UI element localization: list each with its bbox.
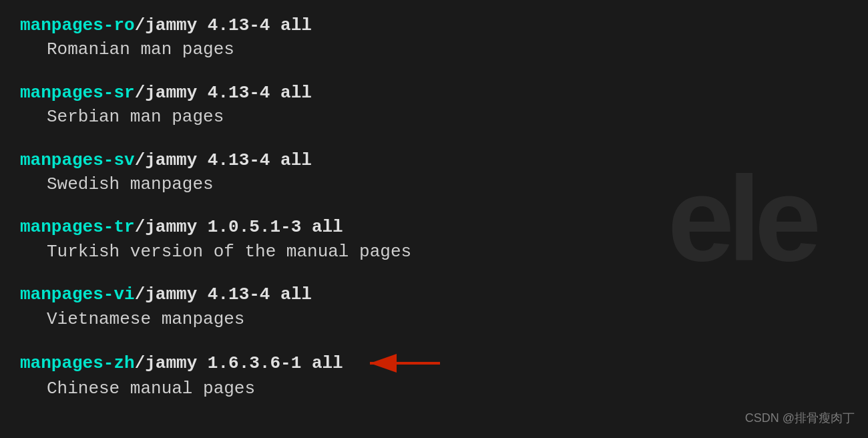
package-meta-sv: /jammy 4.13-4 all <box>135 150 312 170</box>
package-line-zh: manpages-zh/jammy 1.6.3.6-1 all <box>20 350 848 377</box>
package-meta-vi: /jammy 4.13-4 all <box>135 284 312 304</box>
package-meta-sr: /jammy 4.13-4 all <box>135 83 312 103</box>
arrow-icon <box>360 350 447 377</box>
package-name-vi: manpages-vi <box>20 284 135 304</box>
description-tr: Turkish version of the manual pages <box>20 240 848 264</box>
package-line-sr: manpages-sr/jammy 4.13-4 all <box>20 81 848 105</box>
package-name-sr: manpages-sr <box>20 83 135 103</box>
description-ro: Romanian man pages <box>20 37 848 61</box>
package-line-sv: manpages-sv/jammy 4.13-4 all <box>20 148 848 172</box>
terminal-output: manpages-ro/jammy 4.13-4 all Romanian ma… <box>0 0 868 433</box>
entry-tr: manpages-tr/jammy 1.0.5.1-3 all Turkish … <box>20 215 848 264</box>
package-meta-ro: /jammy 4.13-4 all <box>135 15 312 35</box>
entry-sr: manpages-sr/jammy 4.13-4 all Serbian man… <box>20 81 848 130</box>
entry-sv: manpages-sv/jammy 4.13-4 all Swedish man… <box>20 148 848 197</box>
package-name-ro: manpages-ro <box>20 15 135 35</box>
csdn-attribution: CSDN @排骨瘦肉丁 <box>745 410 855 426</box>
description-zh: Chinese manual pages <box>20 377 848 401</box>
entry-vi: manpages-vi/jammy 4.13-4 all Vietnamese … <box>20 282 848 331</box>
package-name-tr: manpages-tr <box>20 217 135 237</box>
package-line-tr: manpages-tr/jammy 1.0.5.1-3 all <box>20 215 848 239</box>
description-sr: Serbian man pages <box>20 105 848 129</box>
package-line-ro: manpages-ro/jammy 4.13-4 all <box>20 13 848 37</box>
entry-ro: manpages-ro/jammy 4.13-4 all Romanian ma… <box>20 13 848 62</box>
package-name-sv: manpages-sv <box>20 150 135 170</box>
package-meta-tr: /jammy 1.0.5.1-3 all <box>135 217 343 237</box>
description-sv: Swedish manpages <box>20 172 848 196</box>
entry-zh: manpages-zh/jammy 1.6.3.6-1 all Chinese … <box>20 350 848 401</box>
package-meta-zh: /jammy 1.6.3.6-1 all <box>135 353 343 373</box>
package-line-vi: manpages-vi/jammy 4.13-4 all <box>20 282 848 306</box>
package-name-zh: manpages-zh <box>20 353 135 373</box>
description-vi: Vietnamese manpages <box>20 307 848 331</box>
